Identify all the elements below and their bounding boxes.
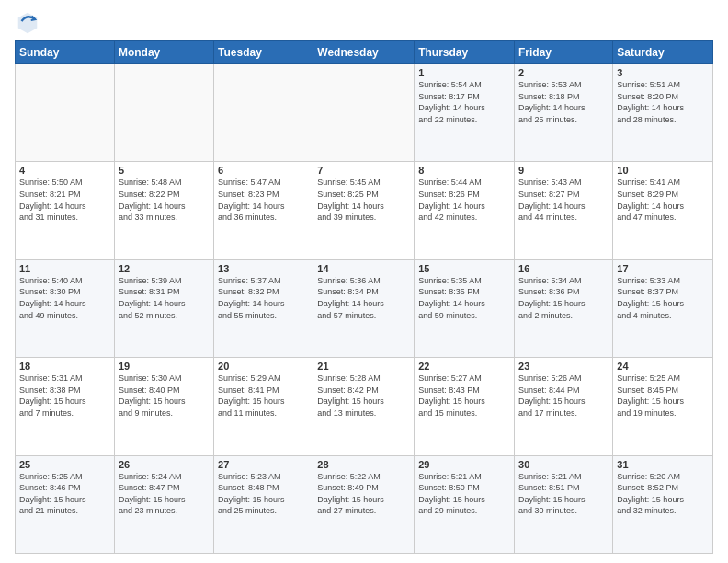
day-info: Sunrise: 5:48 AM Sunset: 8:22 PM Dayligh…: [119, 177, 210, 223]
day-info: Sunrise: 5:21 AM Sunset: 8:50 PM Dayligh…: [418, 471, 510, 517]
day-info: Sunrise: 5:30 AM Sunset: 8:40 PM Dayligh…: [119, 373, 210, 419]
calendar-cell: [214, 64, 313, 162]
day-number: 29: [418, 459, 510, 470]
calendar-table: SundayMondayTuesdayWednesdayThursdayFrid…: [15, 40, 713, 554]
calendar-cell: 15Sunrise: 5:35 AM Sunset: 8:35 PM Dayli…: [415, 259, 515, 357]
day-number: 28: [317, 459, 410, 470]
day-info: Sunrise: 5:29 AM Sunset: 8:41 PM Dayligh…: [218, 373, 309, 419]
calendar-cell: 7Sunrise: 5:45 AM Sunset: 8:25 PM Daylig…: [313, 162, 415, 259]
calendar-cell: 29Sunrise: 5:21 AM Sunset: 8:50 PM Dayli…: [415, 455, 515, 553]
day-info: Sunrise: 5:24 AM Sunset: 8:47 PM Dayligh…: [119, 471, 210, 517]
day-number: 12: [119, 263, 210, 274]
svg-marker-0: [18, 13, 38, 33]
calendar-cell: [114, 64, 213, 162]
calendar-cell: [313, 64, 415, 162]
day-info: Sunrise: 5:45 AM Sunset: 8:25 PM Dayligh…: [317, 177, 410, 223]
logo-icon: [15, 9, 40, 35]
page: SundayMondayTuesdayWednesdayThursdayFrid…: [0, 0, 728, 563]
day-info: Sunrise: 5:34 AM Sunset: 8:36 PM Dayligh…: [518, 275, 609, 321]
calendar-cell: 30Sunrise: 5:21 AM Sunset: 8:51 PM Dayli…: [515, 455, 613, 553]
day-info: Sunrise: 5:25 AM Sunset: 8:46 PM Dayligh…: [19, 471, 110, 517]
calendar-cell: 22Sunrise: 5:27 AM Sunset: 8:43 PM Dayli…: [415, 358, 515, 455]
day-number: 19: [119, 361, 210, 372]
calendar-cell: 8Sunrise: 5:44 AM Sunset: 8:26 PM Daylig…: [415, 162, 515, 259]
calendar-cell: 26Sunrise: 5:24 AM Sunset: 8:47 PM Dayli…: [114, 455, 213, 553]
day-number: 20: [218, 361, 309, 372]
calendar-cell: 18Sunrise: 5:31 AM Sunset: 8:38 PM Dayli…: [16, 358, 115, 455]
day-info: Sunrise: 5:27 AM Sunset: 8:43 PM Dayligh…: [418, 373, 510, 419]
day-number: 15: [418, 263, 510, 274]
day-number: 23: [518, 361, 609, 372]
day-info: Sunrise: 5:53 AM Sunset: 8:18 PM Dayligh…: [518, 79, 609, 125]
calendar-cell: 28Sunrise: 5:22 AM Sunset: 8:49 PM Dayli…: [313, 455, 415, 553]
day-number: 22: [418, 361, 510, 372]
calendar-cell: 20Sunrise: 5:29 AM Sunset: 8:41 PM Dayli…: [214, 358, 313, 455]
day-info: Sunrise: 5:37 AM Sunset: 8:32 PM Dayligh…: [218, 275, 309, 321]
calendar: SundayMondayTuesdayWednesdayThursdayFrid…: [15, 40, 713, 554]
day-number: 24: [617, 361, 709, 372]
day-header-friday: Friday: [515, 41, 613, 64]
calendar-cell: 1Sunrise: 5:54 AM Sunset: 8:17 PM Daylig…: [415, 64, 515, 162]
calendar-cell: 31Sunrise: 5:20 AM Sunset: 8:52 PM Dayli…: [613, 455, 713, 553]
day-info: Sunrise: 5:35 AM Sunset: 8:35 PM Dayligh…: [418, 275, 510, 321]
calendar-cell: 14Sunrise: 5:36 AM Sunset: 8:34 PM Dayli…: [313, 259, 415, 357]
day-info: Sunrise: 5:25 AM Sunset: 8:45 PM Dayligh…: [617, 373, 709, 419]
day-number: 9: [518, 165, 609, 176]
day-number: 27: [218, 459, 309, 470]
day-info: Sunrise: 5:39 AM Sunset: 8:31 PM Dayligh…: [119, 275, 210, 321]
calendar-cell: 25Sunrise: 5:25 AM Sunset: 8:46 PM Dayli…: [16, 455, 115, 553]
day-info: Sunrise: 5:47 AM Sunset: 8:23 PM Dayligh…: [218, 177, 309, 223]
day-info: Sunrise: 5:21 AM Sunset: 8:51 PM Dayligh…: [518, 471, 609, 517]
day-info: Sunrise: 5:26 AM Sunset: 8:44 PM Dayligh…: [518, 373, 609, 419]
calendar-header-row: SundayMondayTuesdayWednesdayThursdayFrid…: [16, 41, 713, 64]
day-info: Sunrise: 5:28 AM Sunset: 8:42 PM Dayligh…: [317, 373, 410, 419]
day-number: 16: [518, 263, 609, 274]
day-info: Sunrise: 5:40 AM Sunset: 8:30 PM Dayligh…: [19, 275, 110, 321]
calendar-cell: 10Sunrise: 5:41 AM Sunset: 8:29 PM Dayli…: [613, 162, 713, 259]
calendar-week-2: 4Sunrise: 5:50 AM Sunset: 8:21 PM Daylig…: [16, 162, 713, 259]
day-number: 14: [317, 263, 410, 274]
calendar-cell: 2Sunrise: 5:53 AM Sunset: 8:18 PM Daylig…: [515, 64, 613, 162]
day-info: Sunrise: 5:44 AM Sunset: 8:26 PM Dayligh…: [418, 177, 510, 223]
day-number: 18: [19, 361, 110, 372]
day-number: 26: [119, 459, 210, 470]
day-info: Sunrise: 5:23 AM Sunset: 8:48 PM Dayligh…: [218, 471, 309, 517]
day-header-tuesday: Tuesday: [214, 41, 313, 64]
calendar-cell: 6Sunrise: 5:47 AM Sunset: 8:23 PM Daylig…: [214, 162, 313, 259]
day-number: 10: [617, 165, 709, 176]
day-header-wednesday: Wednesday: [313, 41, 415, 64]
day-info: Sunrise: 5:33 AM Sunset: 8:37 PM Dayligh…: [617, 275, 709, 321]
calendar-week-5: 25Sunrise: 5:25 AM Sunset: 8:46 PM Dayli…: [16, 455, 713, 553]
day-info: Sunrise: 5:54 AM Sunset: 8:17 PM Dayligh…: [418, 79, 510, 125]
calendar-cell: 3Sunrise: 5:51 AM Sunset: 8:20 PM Daylig…: [613, 64, 713, 162]
day-info: Sunrise: 5:36 AM Sunset: 8:34 PM Dayligh…: [317, 275, 410, 321]
calendar-cell: 12Sunrise: 5:39 AM Sunset: 8:31 PM Dayli…: [114, 259, 213, 357]
day-number: 4: [19, 165, 110, 176]
day-number: 3: [617, 67, 709, 78]
day-number: 13: [218, 263, 309, 274]
calendar-cell: 4Sunrise: 5:50 AM Sunset: 8:21 PM Daylig…: [16, 162, 115, 259]
calendar-cell: 27Sunrise: 5:23 AM Sunset: 8:48 PM Dayli…: [214, 455, 313, 553]
day-number: 11: [19, 263, 110, 274]
day-info: Sunrise: 5:50 AM Sunset: 8:21 PM Dayligh…: [19, 177, 110, 223]
day-number: 2: [518, 67, 609, 78]
calendar-cell: 16Sunrise: 5:34 AM Sunset: 8:36 PM Dayli…: [515, 259, 613, 357]
day-info: Sunrise: 5:22 AM Sunset: 8:49 PM Dayligh…: [317, 471, 410, 517]
day-number: 21: [317, 361, 410, 372]
day-number: 31: [617, 459, 709, 470]
day-number: 1: [418, 67, 510, 78]
calendar-cell: 9Sunrise: 5:43 AM Sunset: 8:27 PM Daylig…: [515, 162, 613, 259]
calendar-week-1: 1Sunrise: 5:54 AM Sunset: 8:17 PM Daylig…: [16, 64, 713, 162]
day-header-saturday: Saturday: [613, 41, 713, 64]
day-info: Sunrise: 5:20 AM Sunset: 8:52 PM Dayligh…: [617, 471, 709, 517]
calendar-cell: 23Sunrise: 5:26 AM Sunset: 8:44 PM Dayli…: [515, 358, 613, 455]
day-header-monday: Monday: [114, 41, 213, 64]
day-info: Sunrise: 5:43 AM Sunset: 8:27 PM Dayligh…: [518, 177, 609, 223]
calendar-cell: 21Sunrise: 5:28 AM Sunset: 8:42 PM Dayli…: [313, 358, 415, 455]
day-number: 25: [19, 459, 110, 470]
calendar-cell: 13Sunrise: 5:37 AM Sunset: 8:32 PM Dayli…: [214, 259, 313, 357]
day-number: 30: [518, 459, 609, 470]
calendar-cell: 19Sunrise: 5:30 AM Sunset: 8:40 PM Dayli…: [114, 358, 213, 455]
day-info: Sunrise: 5:41 AM Sunset: 8:29 PM Dayligh…: [617, 177, 709, 223]
day-number: 7: [317, 165, 410, 176]
